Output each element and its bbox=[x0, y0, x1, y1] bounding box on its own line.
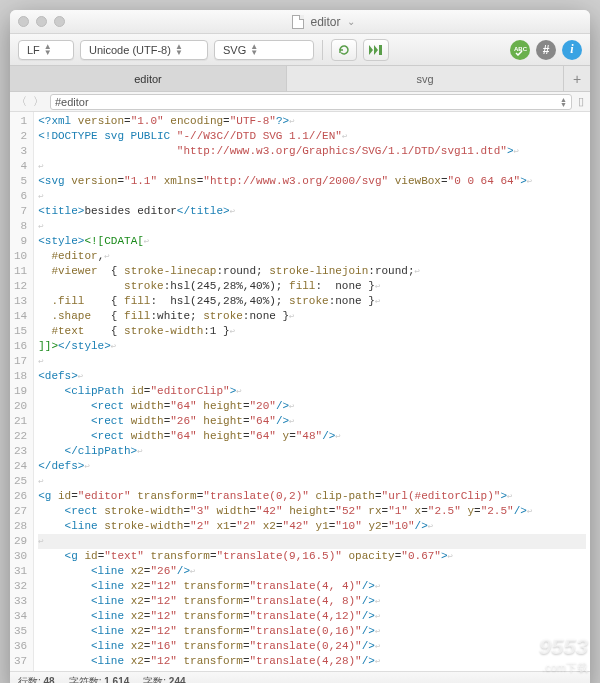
status-chars: 字符数: 1,614 bbox=[69, 675, 130, 684]
title-text: editor bbox=[310, 15, 340, 29]
code-line[interactable]: <rect width="64" height="64" y="48"/> bbox=[38, 429, 586, 444]
line-ending-select[interactable]: LF ▲▼ bbox=[18, 40, 74, 60]
separator bbox=[322, 40, 323, 60]
code-line[interactable]: <!DOCTYPE svg PUBLIC "-//W3C//DTD SVG 1.… bbox=[38, 129, 586, 144]
tag-button[interactable]: # bbox=[536, 40, 556, 60]
chevron-down-icon[interactable]: ⌄ bbox=[347, 16, 355, 27]
traffic-lights bbox=[18, 16, 65, 27]
code-content[interactable]: <?xml version="1.0" encoding="UTF-8"?><!… bbox=[34, 112, 590, 671]
syntax-select[interactable]: SVG ▲▼ bbox=[214, 40, 314, 60]
code-line[interactable]: <defs> bbox=[38, 369, 586, 384]
hash-icon: # bbox=[543, 43, 550, 57]
code-line[interactable]: <line x2="12" transform="translate(4, 4)… bbox=[38, 579, 586, 594]
check-abc-icon: ABC bbox=[513, 44, 527, 56]
code-line[interactable]: <rect width="64" height="20"/> bbox=[38, 399, 586, 414]
encoding-select[interactable]: Unicode (UTF-8) ▲▼ bbox=[80, 40, 208, 60]
minimize-button[interactable] bbox=[36, 16, 47, 27]
split-button[interactable]: ▯ bbox=[578, 95, 584, 108]
code-line[interactable]: #editor, bbox=[38, 249, 586, 264]
code-editor[interactable]: 1234567891011121314151617181920212223242… bbox=[10, 112, 590, 671]
reload-button[interactable] bbox=[331, 39, 357, 61]
play-icon bbox=[368, 44, 384, 56]
code-line[interactable]: stroke:hsl(245,28%,40%); fill: none } bbox=[38, 279, 586, 294]
updown-icon: ▲▼ bbox=[175, 44, 183, 56]
svg-rect-0 bbox=[379, 45, 382, 55]
tab-editor[interactable]: editor bbox=[10, 66, 287, 91]
code-line[interactable]: <?xml version="1.0" encoding="UTF-8"?> bbox=[38, 114, 586, 129]
status-words: 字数: 244 bbox=[143, 675, 185, 684]
code-line[interactable]: <line x2="26"/> bbox=[38, 564, 586, 579]
code-line[interactable]: </clipPath> bbox=[38, 444, 586, 459]
document-icon bbox=[292, 15, 304, 29]
code-line[interactable] bbox=[38, 534, 586, 549]
code-line[interactable]: <title>besides editor</title> bbox=[38, 204, 586, 219]
code-line[interactable]: <clipPath id="editorClip"> bbox=[38, 384, 586, 399]
status-lines: 行数: 48 bbox=[18, 675, 55, 684]
code-line[interactable] bbox=[38, 219, 586, 234]
code-line[interactable] bbox=[38, 354, 586, 369]
updown-icon: ▲▼ bbox=[560, 97, 567, 107]
symbol-navigator[interactable]: #editor ▲▼ bbox=[50, 94, 572, 110]
code-line[interactable]: <line x2="12" transform="translate(0,16)… bbox=[38, 624, 586, 639]
info-button[interactable]: i bbox=[562, 40, 582, 60]
code-line[interactable]: <style><![CDATA[ bbox=[38, 234, 586, 249]
code-line[interactable]: <svg version="1.1" xmlns="http://www.w3.… bbox=[38, 174, 586, 189]
code-line[interactable]: #viewer { stroke-linecap:round; stroke-l… bbox=[38, 264, 586, 279]
code-line[interactable] bbox=[38, 474, 586, 489]
zoom-button[interactable] bbox=[54, 16, 65, 27]
code-line[interactable]: <line x2="12" transform="translate(4,12)… bbox=[38, 609, 586, 624]
code-line[interactable]: <line x2="16" transform="translate(0,24)… bbox=[38, 639, 586, 654]
reload-icon bbox=[337, 43, 351, 57]
code-line[interactable]: "http://www.w3.org/Graphics/SVG/1.1/DTD/… bbox=[38, 144, 586, 159]
code-line[interactable] bbox=[38, 189, 586, 204]
code-line[interactable]: .fill { fill: hsl(245,28%,40%); stroke:n… bbox=[38, 294, 586, 309]
code-line[interactable]: <line stroke-width="2" x1="2" x2="42" y1… bbox=[38, 519, 586, 534]
new-tab-button[interactable]: + bbox=[564, 66, 590, 91]
nav-back-button[interactable]: 〈 bbox=[16, 94, 27, 109]
code-line[interactable]: <rect width="26" height="64"/> bbox=[38, 414, 586, 429]
updown-icon: ▲▼ bbox=[44, 44, 52, 56]
nav-fwd-button[interactable]: 〉 bbox=[33, 94, 44, 109]
toolbar: LF ▲▼ Unicode (UTF-8) ▲▼ SVG ▲▼ ABC # i bbox=[10, 34, 590, 66]
line-gutter: 1234567891011121314151617181920212223242… bbox=[10, 112, 34, 671]
code-line[interactable]: <line x2="12" transform="translate(4,28)… bbox=[38, 654, 586, 669]
tab-bar: editor svg + bbox=[10, 66, 590, 92]
titlebar[interactable]: editor ⌄ bbox=[10, 10, 590, 34]
window-title: editor ⌄ bbox=[65, 15, 582, 29]
code-line[interactable]: <line x2="12" transform="translate(4, 8)… bbox=[38, 594, 586, 609]
editor-window: editor ⌄ LF ▲▼ Unicode (UTF-8) ▲▼ SVG ▲▼… bbox=[10, 10, 590, 683]
close-button[interactable] bbox=[18, 16, 29, 27]
code-line[interactable]: .shape { fill:white; stroke:none } bbox=[38, 309, 586, 324]
code-line[interactable]: </defs> bbox=[38, 459, 586, 474]
spellcheck-button[interactable]: ABC bbox=[510, 40, 530, 60]
tab-svg[interactable]: svg bbox=[287, 66, 564, 91]
statusbar: 行数: 48 字符数: 1,614 字数: 244 bbox=[10, 671, 590, 683]
code-line[interactable]: ]]></style> bbox=[38, 339, 586, 354]
run-button[interactable] bbox=[363, 39, 389, 61]
code-line[interactable]: <rect stroke-width="3" width="42" height… bbox=[38, 504, 586, 519]
info-icon: i bbox=[570, 42, 573, 57]
code-line[interactable]: #text { stroke-width:1 } bbox=[38, 324, 586, 339]
code-line[interactable]: <g id="editor" transform="translate(0,2)… bbox=[38, 489, 586, 504]
code-line[interactable] bbox=[38, 159, 586, 174]
svg-text:ABC: ABC bbox=[514, 46, 527, 52]
navigation-bar: 〈 〉 #editor ▲▼ ▯ bbox=[10, 92, 590, 112]
updown-icon: ▲▼ bbox=[250, 44, 258, 56]
code-line[interactable]: <g id="text" transform="translate(9,16.5… bbox=[38, 549, 586, 564]
